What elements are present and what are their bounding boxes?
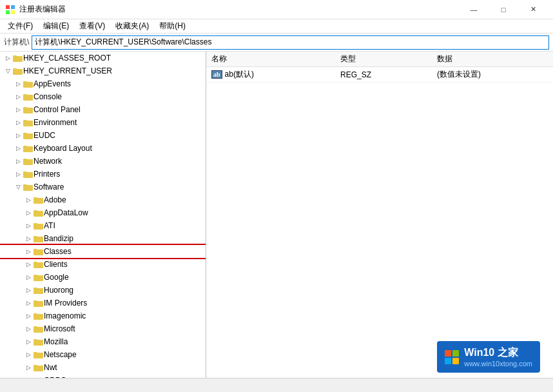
- folder-icon-environment: [23, 118, 34, 127]
- minimize-button[interactable]: —: [459, 0, 489, 19]
- tree-item-hkcr[interactable]: ▷ HKEY_CLASSES_ROOT: [0, 52, 206, 64]
- folder-icon-appdatalow: [34, 208, 44, 217]
- expand-icon-clients[interactable]: ▷: [23, 259, 34, 270]
- svg-rect-33: [34, 236, 37, 238]
- tree-label-appdatalow: AppDataLow: [44, 208, 88, 217]
- svg-rect-35: [34, 249, 37, 251]
- folder-icon-improviders: [34, 299, 44, 308]
- tree-item-mozilla[interactable]: ▷ Mozilla: [0, 335, 206, 348]
- tree-item-appevents[interactable]: ▷ AppEvents: [0, 77, 206, 90]
- tree-item-microsoft[interactable]: ▷ Microsoft: [0, 322, 206, 335]
- expand-icon-console[interactable]: ▷: [13, 92, 23, 102]
- tree-label-network: Network: [34, 157, 62, 166]
- tree-item-environment[interactable]: ▷ Environment: [0, 116, 206, 129]
- expand-icon-nwt[interactable]: ▷: [23, 362, 34, 373]
- svg-rect-25: [23, 184, 27, 186]
- tree-item-ati[interactable]: ▷ ATI: [0, 219, 206, 232]
- folder-icon-software: [23, 182, 34, 191]
- folder-icon-classes: [34, 247, 44, 256]
- expand-icon-mozilla[interactable]: ▷: [23, 337, 34, 347]
- tree-item-google[interactable]: ▷ Google: [0, 271, 206, 284]
- close-button[interactable]: ✕: [518, 0, 548, 19]
- tree-item-controlpanel[interactable]: ▷ Control Panel: [0, 103, 206, 116]
- tree-item-clients[interactable]: ▷ Clients: [0, 258, 206, 271]
- tree-item-network[interactable]: ▷ Network: [0, 155, 206, 168]
- svg-rect-19: [23, 146, 27, 148]
- expand-icon-environment[interactable]: ▷: [13, 117, 23, 128]
- tree-panel[interactable]: ▷ HKEY_CLASSES_ROOT ▽ HKEY_CURRENT_USER …: [0, 52, 206, 378]
- expand-icon-appevents[interactable]: ▷: [13, 79, 23, 89]
- tree-label-keyboardlayout: Keyboard Layout: [34, 144, 92, 153]
- table-row[interactable]: ab ab(默认) REG_SZ (数值未设置): [206, 67, 553, 83]
- tree-item-odbc[interactable]: ▷ ODBC: [0, 374, 206, 378]
- tree-item-improviders[interactable]: ▷ IM Providers: [0, 297, 206, 309]
- expand-icon-netscape[interactable]: ▷: [23, 349, 34, 360]
- tree-item-bandizip[interactable]: ▷ Bandizip: [0, 232, 206, 245]
- tree-item-hkcu[interactable]: ▽ HKEY_CURRENT_USER: [0, 64, 206, 77]
- expand-icon-eudc[interactable]: ▷: [13, 130, 23, 141]
- title-bar: 注册表编辑器 — □ ✕: [0, 0, 553, 19]
- tree-label-environment: Environment: [34, 118, 77, 127]
- maximize-button[interactable]: □: [489, 0, 518, 19]
- expand-icon-imagenomic[interactable]: ▷: [23, 311, 34, 321]
- tree-item-printers[interactable]: ▷ Printers: [0, 168, 206, 181]
- expand-icon-hkcr[interactable]: ▷: [3, 53, 13, 63]
- svg-rect-31: [34, 223, 37, 225]
- address-input[interactable]: [32, 35, 549, 50]
- tree-item-eudc[interactable]: ▷ EUDC: [0, 129, 206, 142]
- folder-icon-clients: [34, 260, 44, 269]
- expand-icon-huorong[interactable]: ▷: [23, 285, 34, 295]
- svg-rect-39: [34, 275, 37, 277]
- expand-icon-odbc[interactable]: ▷: [23, 375, 34, 378]
- expand-icon-hkcu[interactable]: ▽: [3, 66, 13, 76]
- expand-icon-adobe[interactable]: ▷: [23, 195, 34, 205]
- expand-icon-ati[interactable]: ▷: [23, 220, 34, 231]
- tree-item-keyboardlayout[interactable]: ▷ Keyboard Layout: [0, 142, 206, 155]
- folder-icon-printers: [23, 170, 34, 179]
- svg-rect-21: [23, 159, 27, 161]
- tree-label-eudc: EUDC: [34, 131, 55, 140]
- tree-item-huorong[interactable]: ▷ Huorong: [0, 284, 206, 297]
- expand-icon-network[interactable]: ▷: [13, 156, 23, 166]
- menu-favorites[interactable]: 收藏夹(A): [110, 19, 154, 33]
- tree-item-imagenomic[interactable]: ▷ Imagenomic: [0, 309, 206, 322]
- menu-view[interactable]: 查看(V): [74, 19, 110, 33]
- menu-file[interactable]: 文件(F): [3, 19, 38, 33]
- expand-icon-classes[interactable]: ▷: [23, 246, 34, 257]
- folder-icon-mozilla: [34, 337, 44, 346]
- expand-icon-appdatalow[interactable]: ▷: [23, 208, 34, 218]
- expand-icon-keyboardlayout[interactable]: ▷: [13, 143, 23, 153]
- folder-icon-adobe: [34, 195, 44, 204]
- svg-rect-37: [34, 262, 37, 264]
- tree-label-hkcr: HKEY_CLASSES_ROOT: [23, 54, 111, 63]
- expand-icon-bandizip[interactable]: ▷: [23, 233, 34, 244]
- tree-item-appdatalow[interactable]: ▷ AppDataLow: [0, 206, 206, 219]
- expand-icon-microsoft[interactable]: ▷: [23, 324, 34, 334]
- tree-item-adobe[interactable]: ▷ Adobe: [0, 193, 206, 206]
- tree-item-software[interactable]: ▽ Software: [0, 181, 206, 193]
- address-label: 计算机\: [4, 37, 29, 48]
- app-icon: [5, 5, 15, 15]
- expand-icon-printers[interactable]: ▷: [13, 169, 23, 179]
- main-content: ▷ HKEY_CLASSES_ROOT ▽ HKEY_CURRENT_USER …: [0, 52, 553, 378]
- tree-item-netscape[interactable]: ▷ Netscape: [0, 348, 206, 361]
- svg-rect-9: [23, 81, 27, 83]
- svg-rect-2: [6, 10, 10, 14]
- svg-rect-1: [11, 5, 15, 9]
- tree-label-bandizip: Bandizip: [44, 234, 73, 243]
- folder-icon-nwt: [34, 363, 44, 372]
- tree-item-nwt[interactable]: ▷ Nwt: [0, 361, 206, 374]
- svg-rect-47: [34, 326, 37, 328]
- tree-item-classes[interactable]: ▷ Classes: [0, 245, 206, 258]
- expand-icon-controlpanel[interactable]: ▷: [13, 104, 23, 115]
- menu-help[interactable]: 帮助(H): [154, 19, 191, 33]
- cell-value: (数值未设置): [432, 67, 553, 83]
- expand-icon-improviders[interactable]: ▷: [23, 298, 34, 308]
- svg-rect-43: [34, 300, 37, 302]
- svg-rect-13: [23, 107, 27, 109]
- tree-item-console[interactable]: ▷ Console: [0, 90, 206, 103]
- expand-icon-google[interactable]: ▷: [23, 272, 34, 282]
- expand-icon-software[interactable]: ▽: [13, 182, 23, 192]
- menu-edit[interactable]: 编辑(E): [38, 19, 74, 33]
- folder-icon-eudc: [23, 131, 34, 140]
